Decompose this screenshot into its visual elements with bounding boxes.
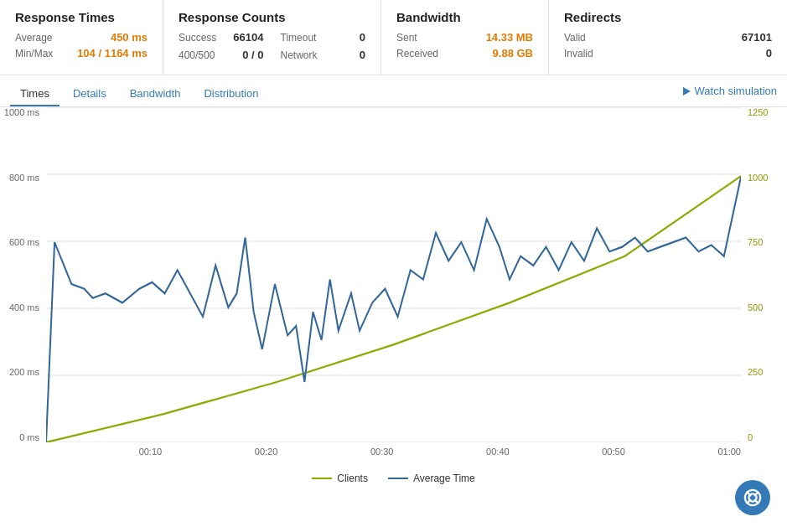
timeout-label: Timeout: [281, 32, 317, 44]
y-right-250: 250: [748, 367, 763, 377]
bandwidth-title: Bandwidth: [396, 10, 533, 24]
received-value: 9.88 GB: [493, 47, 533, 59]
avg-time-label: Average Time: [413, 473, 475, 484]
y-right-1000: 1000: [748, 173, 768, 183]
tab-distribution[interactable]: Distribution: [194, 82, 268, 106]
top-cards: Response Times Average 450 ms Min/Max 10…: [0, 0, 787, 75]
y-left-600: 600 ms: [9, 237, 39, 247]
sent-label: Sent: [396, 32, 417, 44]
x-label-10: 00:10: [139, 447, 163, 457]
tab-times[interactable]: Times: [10, 82, 60, 106]
tab-bandwidth[interactable]: Bandwidth: [120, 82, 191, 106]
fivehundred-value: 0 / 0: [242, 49, 263, 61]
timeout-value: 0: [360, 31, 365, 44]
minmax-label: Min/Max: [15, 48, 53, 59]
svg-line-9: [755, 500, 759, 504]
redirects-card: Redirects Valid 67101 Invalid 0: [549, 0, 787, 75]
invalid-value: 0: [766, 47, 772, 59]
tabs-bar: Times Details Bandwidth Distribution Wat…: [0, 75, 787, 107]
tab-details[interactable]: Details: [63, 82, 116, 106]
bandwidth-card: Bandwidth Sent 14.33 MB Received 9.88 GB: [381, 0, 549, 75]
redirects-title: Redirects: [564, 10, 772, 24]
watch-simulation-label: Watch simulation: [695, 85, 778, 97]
y-right-500: 500: [748, 302, 763, 312]
clients-line-legend: [312, 478, 332, 479]
chart-inner: [46, 107, 741, 442]
valid-value: 67101: [742, 31, 772, 44]
help-icon: [743, 488, 762, 507]
response-times-title: Response Times: [15, 10, 148, 24]
watch-simulation-button[interactable]: Watch simulation: [683, 85, 778, 104]
y-right-0: 0: [748, 432, 753, 442]
y-left-200: 200 ms: [9, 367, 39, 377]
x-axis: 00:10 00:20 00:30 00:40 00:50 01:00: [46, 442, 741, 467]
y-right-750: 750: [748, 237, 763, 247]
x-label-20: 00:20: [255, 447, 278, 457]
y-left-0: 0 ms: [19, 432, 39, 442]
avg-time-line-legend: [388, 478, 408, 479]
minmax-value: 104 / 1164 ms: [77, 47, 148, 59]
response-counts-card: Response Counts Success 66104 Timeout 0 …: [163, 0, 381, 75]
average-label: Average: [15, 32, 52, 44]
help-button[interactable]: [735, 480, 770, 515]
y-right-1250: 1250: [748, 107, 768, 117]
success-value: 66104: [233, 31, 263, 44]
y-left-400: 400 ms: [9, 302, 39, 312]
fivehundred-label: 400/500: [179, 49, 215, 61]
network-value: 0: [360, 49, 365, 61]
play-icon: [683, 87, 691, 96]
y-left-800: 800 ms: [9, 173, 39, 183]
x-label-60: 01:00: [717, 447, 741, 457]
x-label-40: 00:40: [486, 447, 510, 457]
x-label-50: 00:50: [602, 447, 625, 457]
chart-area: 0 ms 200 ms 400 ms 600 ms 800 ms 1000 ms…: [0, 107, 787, 467]
x-label-30: 00:30: [370, 447, 394, 457]
y-axis-right: 0 250 500 750 1000 1250: [741, 107, 787, 442]
chart-svg: [46, 107, 741, 442]
valid-label: Valid: [564, 32, 586, 44]
legend: Clients Average Time: [0, 467, 787, 488]
invalid-label: Invalid: [564, 48, 593, 59]
y-axis-left: 0 ms 200 ms 400 ms 600 ms 800 ms 1000 ms: [0, 107, 46, 442]
average-value: 450 ms: [111, 31, 148, 44]
svg-line-8: [748, 493, 751, 496]
legend-clients: Clients: [312, 473, 368, 484]
y-left-1000: 1000 ms: [4, 107, 39, 117]
network-label: Network: [281, 49, 318, 61]
sent-value: 14.33 MB: [486, 31, 533, 44]
svg-line-11: [748, 500, 751, 504]
avg-time-line: [46, 177, 741, 442]
response-times-card: Response Times Average 450 ms Min/Max 10…: [0, 0, 163, 75]
success-label: Success: [179, 32, 216, 44]
received-label: Received: [396, 48, 438, 59]
response-counts-title: Response Counts: [179, 10, 365, 24]
legend-avg-time: Average Time: [388, 473, 475, 484]
clients-label: Clients: [337, 473, 368, 484]
svg-line-10: [755, 493, 759, 496]
